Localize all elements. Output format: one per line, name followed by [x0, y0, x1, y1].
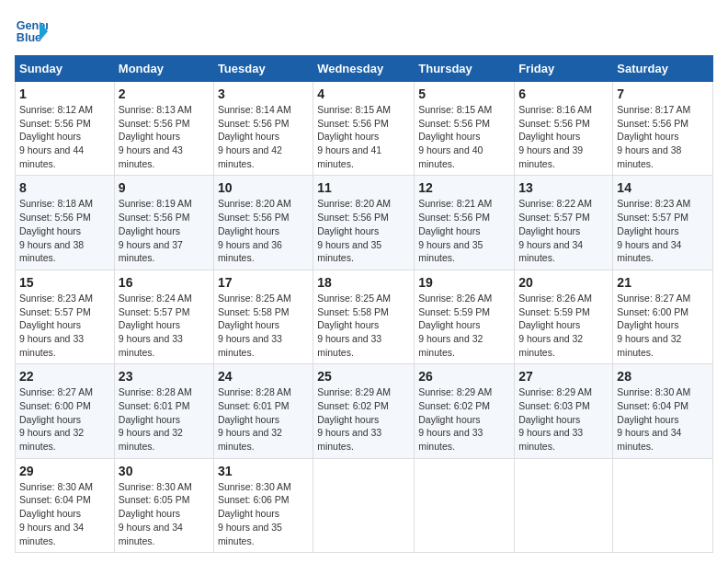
calendar-header: SundayMondayTuesdayWednesdayThursdayFrid…	[16, 56, 713, 82]
day-number: 7	[617, 86, 709, 101]
day-number: 8	[19, 180, 110, 195]
day-number: 26	[418, 369, 510, 384]
column-header-saturday: Saturday	[613, 56, 713, 82]
cell-content: Sunrise: 8:17 AMSunset: 5:56 PMDaylight …	[617, 103, 709, 170]
calendar-week-3: 15Sunrise: 8:23 AMSunset: 5:57 PMDayligh…	[16, 270, 713, 363]
cell-content: Sunrise: 8:15 AMSunset: 5:56 PMDaylight …	[317, 103, 410, 170]
calendar-cell: 8Sunrise: 8:18 AMSunset: 5:56 PMDaylight…	[16, 176, 115, 270]
cell-content: Sunrise: 8:20 AMSunset: 5:56 PMDaylight …	[218, 197, 309, 264]
calendar-cell: 24Sunrise: 8:28 AMSunset: 6:01 PMDayligh…	[213, 364, 313, 458]
day-number: 12	[418, 180, 510, 195]
calendar-cell: 23Sunrise: 8:28 AMSunset: 6:01 PMDayligh…	[114, 364, 213, 458]
cell-content: Sunrise: 8:23 AMSunset: 5:57 PMDaylight …	[19, 292, 110, 359]
logo: General Blue	[15, 15, 51, 48]
day-number: 17	[218, 275, 309, 290]
calendar-cell: 28Sunrise: 8:30 AMSunset: 6:04 PMDayligh…	[613, 364, 713, 458]
cell-content: Sunrise: 8:19 AMSunset: 5:56 PMDaylight …	[119, 197, 210, 264]
calendar-cell: 22Sunrise: 8:27 AMSunset: 6:00 PMDayligh…	[16, 364, 115, 458]
cell-content: Sunrise: 8:30 AMSunset: 6:05 PMDaylight …	[119, 480, 210, 547]
cell-content: Sunrise: 8:29 AMSunset: 6:02 PMDaylight …	[418, 385, 510, 453]
day-number: 30	[119, 464, 210, 478]
cell-content: Sunrise: 8:16 AMSunset: 5:56 PMDaylight …	[518, 103, 609, 170]
column-header-thursday: Thursday	[415, 56, 515, 82]
day-number: 31	[218, 464, 309, 478]
day-number: 4	[317, 86, 410, 101]
calendar-week-1: 1Sunrise: 8:12 AMSunset: 5:56 PMDaylight…	[16, 82, 713, 176]
day-number: 13	[518, 180, 609, 195]
logo-icon: General Blue	[15, 15, 48, 48]
calendar-cell: 30Sunrise: 8:30 AMSunset: 6:05 PMDayligh…	[114, 458, 213, 552]
cell-content: Sunrise: 8:28 AMSunset: 6:01 PMDaylight …	[218, 385, 309, 453]
day-number: 9	[119, 180, 210, 195]
cell-content: Sunrise: 8:21 AMSunset: 5:56 PMDaylight …	[418, 197, 510, 264]
cell-content: Sunrise: 8:22 AMSunset: 5:57 PMDaylight …	[518, 197, 609, 264]
cell-content: Sunrise: 8:28 AMSunset: 6:01 PMDaylight …	[119, 385, 210, 453]
cell-content: Sunrise: 8:30 AMSunset: 6:06 PMDaylight …	[218, 480, 309, 547]
day-number: 27	[518, 369, 609, 384]
cell-content: Sunrise: 8:13 AMSunset: 5:56 PMDaylight …	[119, 103, 210, 170]
page-header: General Blue	[15, 15, 713, 48]
calendar-cell: 26Sunrise: 8:29 AMSunset: 6:02 PMDayligh…	[415, 364, 515, 458]
calendar-cell: 10Sunrise: 8:20 AMSunset: 5:56 PMDayligh…	[213, 176, 313, 270]
calendar-cell: 19Sunrise: 8:26 AMSunset: 5:59 PMDayligh…	[415, 270, 515, 363]
cell-content: Sunrise: 8:12 AMSunset: 5:56 PMDaylight …	[19, 103, 110, 170]
calendar-cell: 2Sunrise: 8:13 AMSunset: 5:56 PMDaylight…	[114, 82, 213, 176]
cell-content: Sunrise: 8:20 AMSunset: 5:56 PMDaylight …	[317, 197, 410, 264]
calendar-table: SundayMondayTuesdayWednesdayThursdayFrid…	[15, 55, 713, 553]
day-number: 29	[19, 464, 110, 478]
cell-content: Sunrise: 8:24 AMSunset: 5:57 PMDaylight …	[119, 292, 210, 359]
calendar-cell	[313, 458, 415, 552]
day-number: 10	[218, 180, 309, 195]
cell-content: Sunrise: 8:30 AMSunset: 6:04 PMDaylight …	[19, 480, 110, 547]
cell-content: Sunrise: 8:18 AMSunset: 5:56 PMDaylight …	[19, 197, 110, 264]
calendar-cell	[515, 458, 613, 552]
svg-text:Blue: Blue	[17, 31, 41, 44]
day-number: 5	[418, 86, 510, 101]
column-header-friday: Friday	[515, 56, 613, 82]
calendar-cell: 7Sunrise: 8:17 AMSunset: 5:56 PMDaylight…	[613, 82, 713, 176]
calendar-week-5: 29Sunrise: 8:30 AMSunset: 6:04 PMDayligh…	[16, 458, 713, 552]
cell-content: Sunrise: 8:25 AMSunset: 5:58 PMDaylight …	[317, 292, 410, 359]
calendar-cell: 21Sunrise: 8:27 AMSunset: 6:00 PMDayligh…	[613, 270, 713, 363]
day-number: 25	[317, 369, 410, 384]
calendar-cell: 29Sunrise: 8:30 AMSunset: 6:04 PMDayligh…	[16, 458, 115, 552]
calendar-cell: 17Sunrise: 8:25 AMSunset: 5:58 PMDayligh…	[213, 270, 313, 363]
day-number: 11	[317, 180, 410, 195]
calendar-cell: 16Sunrise: 8:24 AMSunset: 5:57 PMDayligh…	[114, 270, 213, 363]
cell-content: Sunrise: 8:29 AMSunset: 6:03 PMDaylight …	[518, 385, 609, 453]
cell-content: Sunrise: 8:26 AMSunset: 5:59 PMDaylight …	[518, 292, 609, 359]
calendar-cell: 31Sunrise: 8:30 AMSunset: 6:06 PMDayligh…	[213, 458, 313, 552]
day-number: 22	[19, 369, 110, 384]
column-header-tuesday: Tuesday	[213, 56, 313, 82]
day-number: 3	[218, 86, 309, 101]
day-number: 2	[119, 86, 210, 101]
cell-content: Sunrise: 8:29 AMSunset: 6:02 PMDaylight …	[317, 385, 410, 453]
cell-content: Sunrise: 8:26 AMSunset: 5:59 PMDaylight …	[418, 292, 510, 359]
day-number: 16	[119, 275, 210, 290]
cell-content: Sunrise: 8:30 AMSunset: 6:04 PMDaylight …	[617, 385, 709, 453]
calendar-week-2: 8Sunrise: 8:18 AMSunset: 5:56 PMDaylight…	[16, 176, 713, 270]
calendar-cell: 14Sunrise: 8:23 AMSunset: 5:57 PMDayligh…	[613, 176, 713, 270]
calendar-cell: 9Sunrise: 8:19 AMSunset: 5:56 PMDaylight…	[114, 176, 213, 270]
day-number: 24	[218, 369, 309, 384]
day-number: 19	[418, 275, 510, 290]
day-number: 6	[518, 86, 609, 101]
calendar-cell: 20Sunrise: 8:26 AMSunset: 5:59 PMDayligh…	[515, 270, 613, 363]
calendar-cell	[613, 458, 713, 552]
calendar-cell: 1Sunrise: 8:12 AMSunset: 5:56 PMDaylight…	[16, 82, 115, 176]
day-number: 15	[19, 275, 110, 290]
calendar-cell: 11Sunrise: 8:20 AMSunset: 5:56 PMDayligh…	[313, 176, 415, 270]
cell-content: Sunrise: 8:14 AMSunset: 5:56 PMDaylight …	[218, 103, 309, 170]
calendar-cell: 15Sunrise: 8:23 AMSunset: 5:57 PMDayligh…	[16, 270, 115, 363]
calendar-cell: 25Sunrise: 8:29 AMSunset: 6:02 PMDayligh…	[313, 364, 415, 458]
calendar-week-4: 22Sunrise: 8:27 AMSunset: 6:00 PMDayligh…	[16, 364, 713, 458]
calendar-cell: 6Sunrise: 8:16 AMSunset: 5:56 PMDaylight…	[515, 82, 613, 176]
calendar-cell: 18Sunrise: 8:25 AMSunset: 5:58 PMDayligh…	[313, 270, 415, 363]
cell-content: Sunrise: 8:27 AMSunset: 6:00 PMDaylight …	[617, 292, 709, 359]
calendar-cell: 13Sunrise: 8:22 AMSunset: 5:57 PMDayligh…	[515, 176, 613, 270]
column-header-monday: Monday	[114, 56, 213, 82]
day-number: 28	[617, 369, 709, 384]
cell-content: Sunrise: 8:15 AMSunset: 5:56 PMDaylight …	[418, 103, 510, 170]
calendar-cell: 5Sunrise: 8:15 AMSunset: 5:56 PMDaylight…	[415, 82, 515, 176]
calendar-cell	[415, 458, 515, 552]
